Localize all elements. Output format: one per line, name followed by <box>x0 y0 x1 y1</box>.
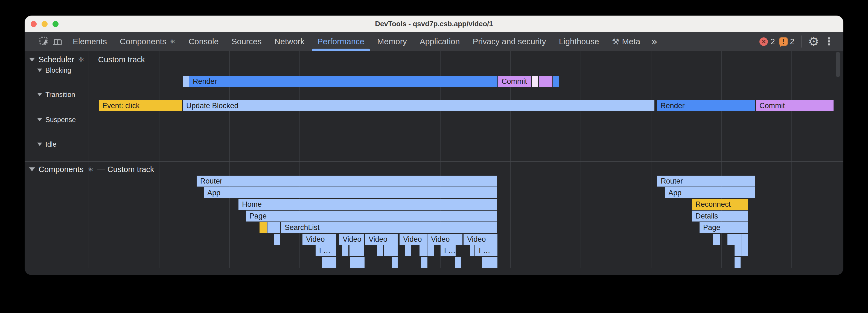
flame-bar-video[interactable]: Video <box>339 234 364 245</box>
flame-bar-video[interactable]: Video <box>464 234 497 245</box>
flame-bar[interactable] <box>405 245 411 256</box>
lane-label-transition[interactable]: Transition <box>37 90 75 99</box>
flame-bar[interactable] <box>470 245 474 256</box>
flame-bar-page[interactable]: Page <box>246 211 497 221</box>
flame-bar[interactable] <box>428 245 434 256</box>
flame-bar[interactable] <box>377 245 383 256</box>
tab-sources[interactable]: Sources <box>231 32 261 51</box>
track-suffix: — Custom track <box>97 165 154 174</box>
flame-bar-video[interactable]: Video <box>400 234 427 245</box>
lane-label-idle[interactable]: Idle <box>37 140 56 148</box>
track-header-components[interactable]: Components⚛— Custom track <box>29 165 154 174</box>
flame-bar[interactable] <box>539 76 552 87</box>
tab-privacy-and-security[interactable]: Privacy and security <box>472 32 546 51</box>
more-tabs-chevron-icon[interactable]: » <box>651 35 657 47</box>
flame-bar-app[interactable]: App <box>665 187 755 198</box>
flame-bar-l-[interactable]: L… <box>440 245 456 256</box>
flame-bar[interactable] <box>384 245 398 256</box>
collapse-triangle-icon[interactable] <box>29 167 35 171</box>
flame-bar[interactable] <box>482 257 497 268</box>
error-badge[interactable]: ✕ 2 <box>760 37 775 46</box>
flame-bar-update-blocked[interactable]: Update Blocked <box>183 100 654 111</box>
atom-icon: ⚛ <box>78 56 85 64</box>
flame-bar-details[interactable]: Details <box>692 211 748 221</box>
flame-bar[interactable] <box>274 234 280 245</box>
flame-bar-home[interactable]: Home <box>239 199 497 210</box>
flame-bar-video[interactable]: Video <box>303 234 336 245</box>
flame-bar[interactable] <box>455 257 461 268</box>
flame-bar[interactable] <box>322 257 336 268</box>
flame-bar[interactable] <box>727 234 741 245</box>
flame-bar[interactable] <box>342 245 348 256</box>
tab-console[interactable]: Console <box>188 32 218 51</box>
flame-bar[interactable] <box>349 245 364 256</box>
flame-bar[interactable] <box>553 76 559 87</box>
collapse-triangle-icon[interactable] <box>37 118 42 121</box>
flame-bar[interactable] <box>713 234 720 245</box>
performance-timeline[interactable]: Scheduler⚛— Custom trackBlockingRenderCo… <box>25 51 843 275</box>
flame-bar[interactable] <box>741 245 748 256</box>
flame-bar[interactable] <box>350 257 365 268</box>
flame-bar-router[interactable]: Router <box>657 176 755 186</box>
collapse-triangle-icon[interactable] <box>29 58 35 62</box>
kebab-menu-icon[interactable]: ⋮ <box>824 36 834 47</box>
lane-label-blocking[interactable]: Blocking <box>37 66 71 75</box>
flame-bar-commit[interactable]: Commit <box>756 100 834 111</box>
settings-gear-icon[interactable]: ⚙ <box>808 35 819 48</box>
flame-bar[interactable] <box>259 222 267 233</box>
scrollbar-thumb[interactable] <box>836 52 840 77</box>
flame-bar-event-click[interactable]: Event: click <box>99 100 182 111</box>
zoom-button[interactable] <box>53 21 59 27</box>
tab-network[interactable]: Network <box>275 32 305 51</box>
tab-application[interactable]: Application <box>420 32 460 51</box>
lane-name: Blocking <box>45 66 71 74</box>
collapse-triangle-icon[interactable] <box>37 69 42 72</box>
lane-label-suspense[interactable]: Suspense <box>37 115 76 124</box>
flame-bar-router[interactable]: Router <box>197 176 497 186</box>
flame-bar-video[interactable]: Video <box>365 234 398 245</box>
tab-performance[interactable]: Performance <box>317 32 365 51</box>
tab-elements[interactable]: Elements <box>73 32 107 51</box>
inspect-element-icon[interactable] <box>39 36 50 47</box>
flame-bar-reconnect[interactable]: Reconnect <box>692 199 748 210</box>
tab-components[interactable]: Components⚛ <box>120 32 176 51</box>
flame-bar-video[interactable]: Video <box>428 234 462 245</box>
error-icon: ✕ <box>760 37 768 46</box>
flame-bar[interactable] <box>420 245 427 256</box>
flame-bar-app[interactable]: App <box>204 187 497 198</box>
device-toolbar-icon[interactable] <box>52 36 63 47</box>
minimize-button[interactable] <box>41 21 48 27</box>
flame-bar[interactable] <box>183 76 189 87</box>
flame-bar-render[interactable]: Render <box>657 100 755 111</box>
gridline <box>721 51 722 268</box>
flame-bar[interactable] <box>392 257 398 268</box>
flame-bar[interactable] <box>741 234 748 245</box>
flame-bar[interactable] <box>532 76 538 87</box>
flame-bar-commit[interactable]: Commit <box>498 76 531 87</box>
flame-bar-page[interactable]: Page <box>700 222 748 233</box>
tab-lighthouse[interactable]: Lighthouse <box>559 32 599 51</box>
collapse-triangle-icon[interactable] <box>37 143 42 146</box>
track-header-scheduler[interactable]: Scheduler⚛— Custom track <box>29 55 145 64</box>
tab-memory[interactable]: Memory <box>377 32 407 51</box>
warning-icon: ! <box>779 37 787 46</box>
flame-bar-l-[interactable]: L… <box>475 245 497 256</box>
flame-bar[interactable] <box>268 222 280 233</box>
flame-bar-render[interactable]: Render <box>189 76 497 87</box>
flame-bar-l-[interactable]: L… <box>316 245 336 256</box>
toolbar-separator <box>68 36 68 47</box>
flame-bar[interactable] <box>421 257 428 268</box>
flame-bar[interactable] <box>735 245 741 256</box>
collapse-triangle-icon[interactable] <box>37 93 42 96</box>
tab-meta[interactable]: ⚒Meta <box>612 32 641 51</box>
warning-badge[interactable]: ! 2 <box>779 37 795 46</box>
gridline <box>581 51 581 268</box>
title-bar[interactable]: DevTools - qsvd7p.csb.app/video/1 <box>25 15 843 32</box>
flame-bar-searchlist[interactable]: SearchList <box>281 222 497 233</box>
lane-name: Suspense <box>45 116 76 124</box>
gridline <box>159 51 159 268</box>
flame-bar[interactable] <box>735 257 741 268</box>
track-separator <box>25 162 843 162</box>
close-button[interactable] <box>31 21 37 27</box>
track-name: Scheduler <box>38 55 74 64</box>
